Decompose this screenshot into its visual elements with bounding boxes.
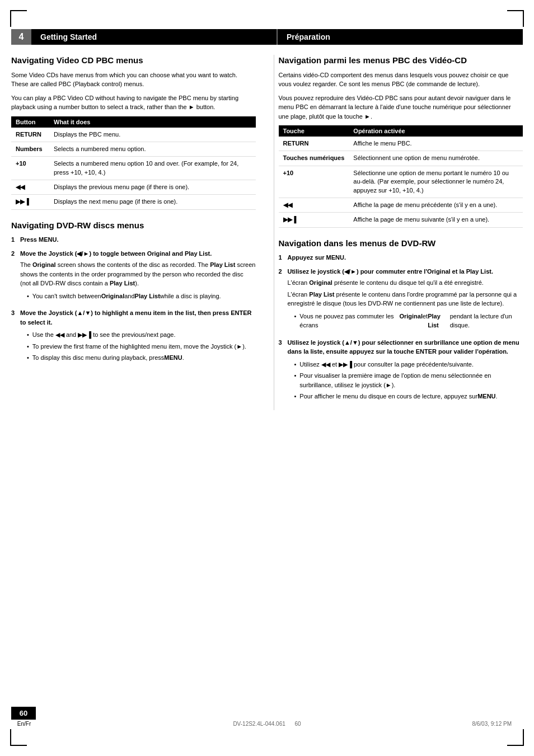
page-num-container: 60 En/Fr [11,707,36,727]
corner-border-bottom-right [507,729,524,746]
pbc-table-col1-header: Button [11,116,49,128]
fr-step-3-num: 3 [279,338,288,405]
fr-step-2-content: Utilisez le joystick (◀/►) pour commuter… [288,267,523,334]
fr-step-3-bullet-2: Pour visualiser la première image de l'o… [294,371,523,389]
table-row: ◀◀Displays the previous menu page (if th… [11,180,256,195]
fr-dvdrw-steps: 1 Appuyez sur MENU. 2 Utilisez le joysti… [279,253,523,405]
table-cell-operation: Sélectionne une option de menu portant l… [349,166,523,198]
fr-step-3-content: Utilisez le joystick (▲/▼) pour sélectio… [288,338,523,405]
footer-doc-info: DV-12S2.4L-044.061 60 [233,721,301,727]
fr-step-2-title: Utilisez le joystick (◀/►) pour commuter… [288,267,523,276]
doc-code: DV-12S2.4L-044.061 [233,721,285,727]
table-row: RETURNDisplays the PBC menu. [11,128,256,142]
lang-label: En/Fr [12,721,36,727]
header-number: 4 [11,29,31,45]
fr-step-2-num: 2 [279,267,288,334]
table-cell-operation: Sélectionnent une option de menu numérot… [349,151,523,166]
step-2-bullet-1: You can't switch between Original and Pl… [27,292,256,301]
doc-page: 60 [294,721,301,727]
pbc-table: Button What it does RETURNDisplays the P… [11,116,256,210]
corner-border-top-right [507,10,524,27]
table-row: +10Sélectionne une option de menu portan… [279,166,523,198]
step-3-bullet-1: Use the ◀◀ and ▶▶▐ to see the previous/n… [27,330,256,340]
fr-step-3-title: Utilisez le joystick (▲/▼) pour sélectio… [288,338,523,356]
table-cell-operation: Affiche le menu PBC. [349,137,523,151]
fr-step-3-bullet-3: Pour afficher le menu du disque en cours… [294,392,523,401]
fr-pbc-table: Touche Opération activée RETURNAffiche l… [279,125,523,228]
corner-border-top-left [10,10,27,27]
table-cell-button: RETURN [11,128,49,142]
fr-dvdrw-step-3: 3 Utilisez le joystick (▲/▼) pour sélect… [279,338,523,405]
fr-step-3-bullet-1: Utilisez ◀◀ et ▶▶▐ pour consulter la pag… [294,360,523,369]
fr-step-2-sub2: L'écran Play List présente le contenu da… [288,290,523,308]
dvdrw-steps: 1 Press MENU. 2 Move the Joystick (◀/►) … [11,235,256,366]
fr-pbc-table-col1-header: Touche [279,125,349,137]
table-cell-desc: Displays the previous menu page (if ther… [49,180,256,195]
table-cell-desc: Selects a numbered menu option 10 and ov… [49,157,256,180]
footer-date-info: 8/6/03, 9:12 PM [472,721,512,727]
fr-section-dvdrw: Navigation dans les menus de DVD-RW 1 Ap… [279,238,523,405]
header-bar: 4 Getting Started Préparation [11,29,523,45]
fr-pbc-table-col2-header: Opération activée [349,125,523,137]
table-cell-touche: ◀◀ [279,198,349,212]
fr-step-2-bullet-1: Vous ne pouvez pas commuter les écrans O… [294,312,523,330]
dvdrw-step-1: 1 Press MENU. [11,235,256,245]
step-1-num: 1 [11,235,20,245]
left-column: Navigating Video CD PBC menus Some Video… [11,55,260,410]
table-cell-button: ◀◀ [11,180,49,195]
fr-step-1-content: Appuyez sur MENU. [288,253,523,262]
table-cell-button: ▶▶▐ [11,195,49,209]
dvdrw-step-2: 2 Move the Joystick (◀/►) to toggle betw… [11,249,256,304]
table-row: RETURNAffiche le menu PBC. [279,137,523,151]
header-left-title: Getting Started [31,32,277,41]
table-cell-desc: Displays the next menu page (if there is… [49,195,256,209]
section-video-cd-para1: Some Video CDs have menus from which you… [11,71,256,89]
table-cell-touche: Touches numériques [279,151,349,166]
table-row: ▶▶▐Displays the next menu page (if there… [11,195,256,209]
content-area: Navigating Video CD PBC menus Some Video… [11,45,523,410]
dvdrw-step-3: 3 Move the Joystick (▲/▼) to highlight a… [11,308,256,366]
step-2-content: Move the Joystick (◀/►) to toggle betwee… [20,249,256,304]
fr-step-1-num: 1 [279,253,288,262]
step-3-bullet-3: To display this disc menu during playbac… [27,353,256,363]
table-cell-operation: Affiche la page de menu précédente (s'il… [349,198,523,212]
fr-section-video-cd-para2: Vous pouvez reproduire des Vidéo-CD PBC … [279,93,523,121]
table-cell-touche: ▶▶▐ [279,213,349,227]
table-cell-touche: +10 [279,166,349,198]
corner-border-bottom-left [10,729,27,746]
section-video-cd-title: Navigating Video CD PBC menus [11,55,256,66]
step-3-bullet-2: To preview the first frame of the highli… [27,342,256,351]
fr-section-video-cd-title: Navigation parmi les menus PBC des Vidéo… [279,55,523,66]
section-dvdrw-title: Navigating DVD-RW discs menus [11,220,256,231]
step-1-text: Press MENU. [20,236,58,243]
step-3-bullets: Use the ◀◀ and ▶▶▐ to see the previous/n… [27,330,256,363]
table-row: NumbersSelects a numbered menu option. [11,142,256,156]
step-3-title: Move the Joystick (▲/▼) to highlight a m… [20,308,256,327]
step-3-content: Move the Joystick (▲/▼) to highlight a m… [20,308,256,366]
right-column: Navigation parmi les menus PBC des Vidéo… [274,55,523,410]
fr-section-video-cd-para1: Certains vidéo-CD comportent des menus d… [279,71,523,89]
page-number: 60 [11,707,36,720]
section-video-cd-para2: You can play a PBC Video CD without havi… [11,93,256,112]
fr-section-video-cd: Navigation parmi les menus PBC des Vidéo… [279,55,523,228]
table-cell-button: Numbers [11,142,49,156]
fr-step-2-sub1: L'écran Original présente le contenu du … [288,278,523,288]
table-row: +10Selects a numbered menu option 10 and… [11,157,256,180]
step-2-num: 2 [11,249,20,304]
step-2-bullets: You can't switch between Original and Pl… [27,292,256,301]
step-2-title: Move the Joystick (◀/►) to toggle betwee… [20,249,256,259]
fr-section-dvdrw-title: Navigation dans les menus de DVD-RW [279,238,523,249]
table-cell-desc: Displays the PBC menu. [49,128,256,142]
fr-step-3-bullets: Utilisez ◀◀ et ▶▶▐ pour consulter la pag… [294,360,523,401]
pbc-table-col2-header: What it does [49,116,256,128]
fr-dvdrw-step-1: 1 Appuyez sur MENU. [279,253,523,262]
table-cell-button: +10 [11,157,49,180]
step-3-num: 3 [11,308,20,366]
step-1-content: Press MENU. [20,235,256,245]
fr-step-2-bullets: Vous ne pouvez pas commuter les écrans O… [294,312,523,330]
table-row: Touches numériquesSélectionnent une opti… [279,151,523,166]
table-row: ◀◀Affiche la page de menu précédente (s'… [279,198,523,212]
fr-dvdrw-step-2: 2 Utilisez le joystick (◀/►) pour commut… [279,267,523,334]
header-right-title: Préparation [278,32,523,41]
section-video-cd: Navigating Video CD PBC menus Some Video… [11,55,256,210]
